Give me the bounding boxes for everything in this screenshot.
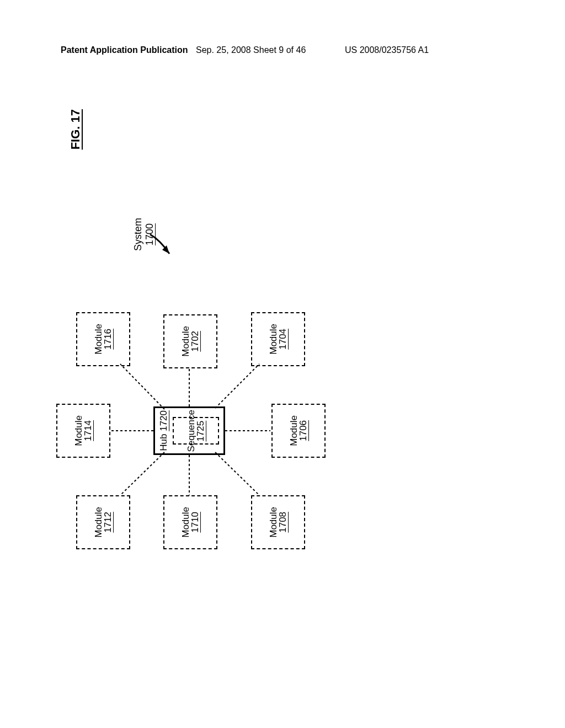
figure-diagram: FIG. 17 System 1700 — [44, 94, 519, 673]
svg-line-6 — [120, 452, 164, 495]
header-publication-number: US 2008/0235756 A1 — [345, 45, 429, 55]
module-1704-label: Module1704 — [269, 324, 287, 355]
module-1712-label: Module1712 — [94, 507, 113, 538]
module-1706: Module1706 — [271, 404, 326, 458]
header-date-sheet: Sep. 25, 2008 Sheet 9 of 46 — [196, 45, 306, 55]
hub-label: Hub 1720 — [158, 410, 169, 451]
module-1708: Module1708 — [251, 495, 305, 549]
module-1708-label: Module1708 — [269, 507, 287, 538]
module-1714: Module1714 — [56, 404, 110, 458]
header-publication-label: Patent Application Publication — [61, 45, 188, 55]
module-1702-label: Module1702 — [181, 326, 200, 357]
hub-box: Hub 1720 Sequence1725 — [153, 406, 225, 455]
sequence-label: Sequence1725 — [186, 410, 205, 452]
module-1710-label: Module1710 — [181, 507, 200, 538]
module-1716-label: Module1716 — [94, 324, 113, 355]
svg-line-8 — [120, 364, 164, 409]
module-1710: Module1710 — [163, 495, 217, 549]
module-1704: Module1704 — [251, 312, 305, 366]
svg-line-4 — [215, 452, 259, 495]
svg-line-2 — [215, 364, 259, 408]
connection-lines — [44, 94, 519, 673]
module-1712: Module1712 — [76, 495, 130, 549]
module-1706-label: Module1706 — [289, 415, 308, 446]
module-1702: Module1702 — [163, 314, 217, 368]
sequence-box: Sequence1725 — [173, 417, 219, 445]
module-1716: Module1716 — [76, 312, 130, 366]
module-1714-label: Module1714 — [74, 415, 93, 446]
